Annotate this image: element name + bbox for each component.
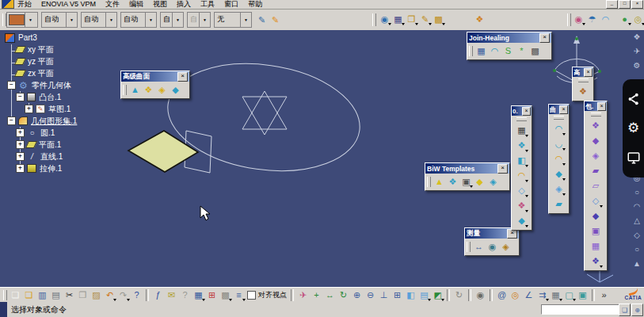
render-style-icon[interactable]: ◩: [431, 288, 444, 302]
rotation-lock-icon[interactable]: ↻: [452, 288, 466, 302]
normal-view-icon[interactable]: ⊥: [377, 288, 391, 302]
tree-expander[interactable]: −: [7, 116, 16, 125]
surface-tool-6-icon[interactable]: ◆: [515, 213, 528, 228]
graphic-painter-icon[interactable]: ✎: [255, 13, 269, 27]
paint-surface-icon[interactable]: ✎: [418, 13, 432, 26]
tree-item[interactable]: + / 直线.1: [3, 151, 138, 162]
tree-item[interactable]: − ⚙ 零件几何体: [3, 79, 138, 91]
sketch-ellipse[interactable]: [161, 52, 367, 183]
tree-item[interactable]: + ○ 圆.1: [3, 127, 138, 139]
tree-item-label[interactable]: Part3: [18, 33, 37, 42]
menu-item[interactable]: 开始: [17, 0, 32, 9]
measure-between-icon[interactable]: ↔: [472, 240, 486, 254]
toolbar-grip[interactable]: [567, 13, 571, 26]
tree-item-label[interactable]: 零件几何体: [32, 80, 71, 91]
menu-item[interactable]: 视图: [153, 0, 167, 9]
chevron-down-icon[interactable]: ▼: [145, 13, 156, 27]
auto-combo-3[interactable]: 自动 ▼: [120, 12, 157, 28]
print-icon[interactable]: ▤: [49, 288, 63, 302]
zoom-out-icon[interactable]: ⊖: [364, 288, 377, 302]
surface-tool-2-icon[interactable]: ◧: [515, 153, 528, 168]
menu-item[interactable]: 插入: [177, 0, 191, 9]
align-viewpoint-checkbox[interactable]: [247, 291, 256, 300]
iso-view-icon[interactable]: ◧: [404, 288, 417, 302]
color-combo[interactable]: ▼: [6, 12, 38, 28]
tree-expander[interactable]: +: [16, 152, 25, 161]
umbrella-icon[interactable]: ☂: [585, 13, 599, 26]
toolbar-grip[interactable]: [427, 177, 431, 187]
axis-system-icon[interactable]: ∠: [522, 288, 535, 302]
monitor-icon[interactable]: [626, 150, 642, 166]
tree-item[interactable]: yz 平面: [3, 55, 138, 67]
menu-item[interactable]: 文件: [105, 0, 120, 9]
menu-item[interactable]: 帮助: [248, 0, 262, 9]
window-control-button[interactable]: □: [619, 0, 631, 9]
tree-expander[interactable]: +: [25, 105, 33, 113]
close-surface-icon[interactable]: ◈: [589, 148, 603, 163]
measure-inertia-icon[interactable]: ◈: [499, 240, 513, 254]
align-list-icon[interactable]: ≡: [232, 288, 246, 302]
fill-icon[interactable]: ◡: [552, 136, 566, 151]
close-icon[interactable]: ×: [597, 102, 606, 111]
menu-item[interactable]: 窗口: [224, 0, 238, 9]
tree-item[interactable]: xy 平面: [3, 44, 138, 55]
shell-icon[interactable]: ◆: [589, 208, 603, 223]
graphic-wizard-icon[interactable]: ✎: [269, 13, 282, 27]
junction-icon[interactable]: ▲: [433, 175, 446, 189]
wrap-curve-icon[interactable]: ❖: [142, 83, 155, 97]
status-zoom-button[interactable]: ⊕: [631, 304, 643, 316]
toolbar-features-vertical[interactable]: 包. × ❖◆◈▰▱◇◆▣▦❖: [584, 101, 608, 271]
toolbar-grip[interactable]: [591, 113, 601, 116]
spiral-icon[interactable]: @: [495, 288, 509, 302]
new-file-icon[interactable]: ❏: [9, 288, 22, 302]
viewport[interactable]: Part3 xy 平面 yz 平面: [0, 30, 644, 287]
hidden-help-icon[interactable]: ?: [178, 288, 192, 302]
close-icon[interactable]: ×: [584, 68, 593, 77]
tree-item-label[interactable]: 草图.1: [48, 104, 70, 115]
menu-item[interactable]: ENOVIA V5 VPM: [41, 0, 96, 9]
revolve-icon[interactable]: ▰: [552, 197, 566, 212]
none-combo[interactable]: 无 ▼: [214, 12, 252, 28]
blend-icon[interactable]: ◠: [552, 151, 566, 166]
catalog-copy-icon[interactable]: ❐: [405, 13, 418, 26]
auto-combo-1[interactable]: 自动 ▼: [41, 12, 78, 28]
tree-item-label[interactable]: 拉伸.1: [40, 163, 62, 174]
power-copy-icon[interactable]: ❖: [473, 13, 486, 26]
close-icon[interactable]: ×: [539, 33, 550, 43]
net-surface-icon[interactable]: ◠: [599, 13, 612, 26]
healing-icon[interactable]: ◠: [488, 44, 501, 58]
diabolo-icon[interactable]: ❖: [446, 175, 459, 189]
surface-tool-3-icon[interactable]: ◠: [515, 168, 528, 183]
toolbar-operations-vertical[interactable]: 0. × ▦❖◧◠◇❖◆: [511, 105, 532, 231]
save-icon[interactable]: ▥: [36, 288, 49, 302]
close-icon[interactable]: ×: [497, 164, 508, 174]
close-icon[interactable]: ×: [559, 105, 568, 114]
fit-all-icon[interactable]: +: [310, 288, 323, 302]
wrap-surface-icon[interactable]: ◈: [155, 83, 169, 97]
tree-item[interactable]: Part3: [3, 32, 138, 44]
tree-item-label[interactable]: 几何图形集.1: [31, 116, 77, 127]
tree-item-label[interactable]: zx 平面: [28, 68, 54, 79]
pan-icon[interactable]: ↔: [323, 288, 337, 302]
settings-gear-icon[interactable]: ⚙: [626, 120, 642, 136]
status-command-button[interactable]: ❏: [619, 304, 631, 316]
toolbar-title-bar[interactable]: BiW Templates ×: [425, 163, 509, 174]
hole-icon[interactable]: ▣: [459, 175, 473, 189]
toolbar-mini-height[interactable]: 高 × ❖: [572, 67, 594, 101]
fly-mode-icon[interactable]: ✈: [296, 288, 310, 302]
thick-surface-icon[interactable]: ▱: [589, 178, 603, 193]
browser-icon[interactable]: ◎: [631, 13, 644, 26]
toolbar-grip[interactable]: [578, 78, 589, 82]
toolbar-grip[interactable]: [123, 85, 127, 95]
toolbar-grip[interactable]: [516, 117, 527, 121]
toolbar-advanced-surfaces[interactable]: 高级曲面 × ▲❖◈◆: [120, 71, 190, 99]
named-views-icon[interactable]: ▤: [417, 288, 431, 302]
bead-icon[interactable]: ◈: [486, 175, 500, 189]
surface-simplify-icon[interactable]: *: [515, 44, 528, 58]
toolbar-title-bar[interactable]: 高 ×: [573, 67, 593, 77]
lock-catalog-icon[interactable]: ▩: [432, 13, 445, 26]
dock-fly-icon[interactable]: ✈: [631, 46, 643, 57]
redo-icon[interactable]: ↷: [116, 288, 130, 302]
trim-icon[interactable]: ◆: [589, 133, 603, 148]
keyboard-grid-icon[interactable]: ▦: [515, 123, 528, 138]
